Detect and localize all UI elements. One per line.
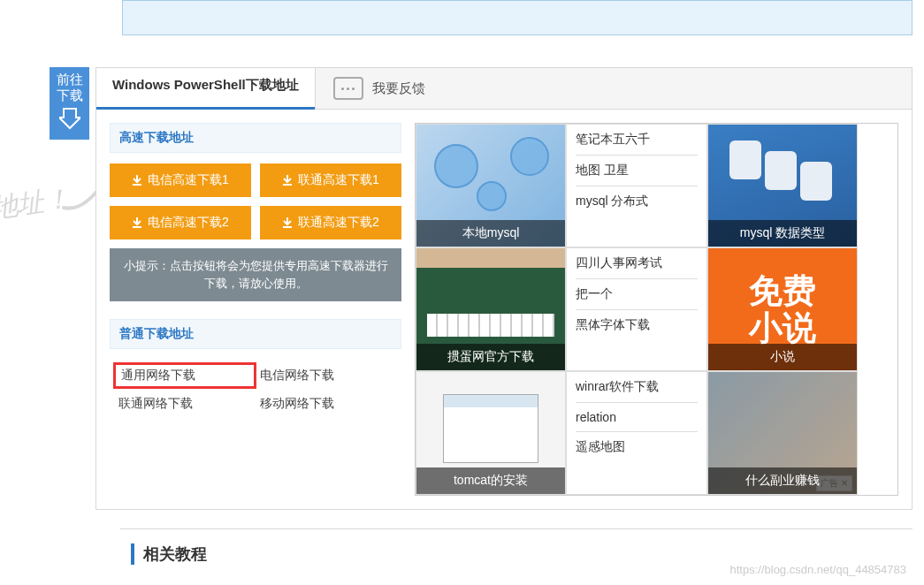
speed-btn-telecom-2[interactable]: 电信高速下载2 <box>110 206 251 239</box>
download-icon <box>282 217 293 228</box>
speed-hint-box: 小提示：点击按钮将会为您提供专用高速下载器进行下载，请放心使用。 <box>110 248 401 301</box>
ad-text-group-2: 四川人事网考试 把一个 黑体字体下载 <box>566 247 707 371</box>
speed-btn-telecom-1[interactable]: 电信高速下载1 <box>110 163 251 197</box>
ad-link[interactable]: 地图 卫星 <box>576 156 698 186</box>
speed-btn-label: 电信高速下载1 <box>148 172 229 188</box>
content-area: 高速下载地址 电信高速下载1 联通高速下载1 电信高速下载2 联通高速下载2 <box>96 110 912 509</box>
speed-btn-unicom-1[interactable]: 联通高速下载1 <box>260 163 401 197</box>
normal-link-unicom[interactable]: 联通网络下载 <box>118 393 251 414</box>
ad-big-text-2: 小说 <box>749 309 816 346</box>
ad-caption: 本地mysql <box>416 220 565 247</box>
go-download-text-2: 下载 <box>52 87 87 103</box>
go-download-button[interactable]: 前往 下载 <box>50 67 89 140</box>
ad-caption: 什么副业赚钱 <box>708 467 857 494</box>
ad-grid: 本地mysql 笔记本五六千 地图 卫星 mysql 分布式 mysql 数据类… <box>415 123 898 496</box>
ad-caption: 小说 <box>708 344 857 370</box>
download-icon <box>132 175 142 186</box>
ad-caption: mysql 数据类型 <box>708 220 857 247</box>
ad-link[interactable]: 四川人事网考试 <box>576 248 698 279</box>
ad-caption: tomcat的安装 <box>416 467 565 494</box>
normal-link-mobile[interactable]: 移动网络下载 <box>260 393 393 414</box>
ad-tile-sidejob[interactable]: 什么副业赚钱 广告 ✕ <box>707 371 858 495</box>
ad-text-group-3: winrar软件下载 relation 遥感地图 <box>566 371 707 495</box>
speed-buttons-grid: 电信高速下载1 联通高速下载1 电信高速下载2 联通高速下载2 <box>110 163 401 239</box>
normal-link-telecom[interactable]: 电信网络下载 <box>260 365 393 386</box>
ad-link[interactable]: 黑体字体下载 <box>576 310 698 340</box>
download-left-column: 高速下载地址 电信高速下载1 联通高速下载1 电信高速下载2 联通高速下载2 <box>110 123 401 496</box>
ad-text-group-1: 笔记本五六千 地图 卫星 mysql 分布式 <box>566 124 707 247</box>
ad-column: 本地mysql 笔记本五六千 地图 卫星 mysql 分布式 mysql 数据类… <box>415 123 898 496</box>
ad-link[interactable]: 把一个 <box>576 279 698 310</box>
ad-link[interactable]: 笔记本五六千 <box>576 125 698 156</box>
related-title: 相关教程 <box>131 543 902 565</box>
download-arrow-icon <box>59 107 80 130</box>
main-download-panel: Windows PowerShell下载地址 我要反馈 高速下载地址 电信高速下… <box>95 67 913 510</box>
top-info-banner <box>122 0 913 35</box>
ad-link[interactable]: relation <box>576 403 698 432</box>
tab-download-address[interactable]: Windows PowerShell下载地址 <box>96 68 315 110</box>
ad-tile-tomcat[interactable]: tomcat的安装 <box>416 371 566 495</box>
ad-caption: 掼蛋网官方下载 <box>416 344 565 370</box>
normal-links-grid: 通用网络下载 电信网络下载 联通网络下载 移动网络下载 <box>110 360 401 420</box>
tab-feedback[interactable]: 我要反馈 <box>315 68 443 109</box>
watermark-text: https://blog.csdn.net/qq_44854783 <box>730 563 907 576</box>
ad-tile-mysql-datatype[interactable]: mysql 数据类型 <box>707 124 858 247</box>
ad-big-text-1: 免费 <box>749 272 816 309</box>
speed-section-title: 高速下载地址 <box>110 123 401 153</box>
ad-link[interactable]: 遥感地图 <box>576 432 698 462</box>
normal-link-generic[interactable]: 通用网络下载 <box>113 362 256 389</box>
speed-btn-unicom-2[interactable]: 联通高速下载2 <box>260 206 401 239</box>
speed-btn-label: 联通高速下载2 <box>298 215 379 231</box>
ad-link[interactable]: mysql 分布式 <box>576 186 698 217</box>
feedback-icon <box>333 77 363 100</box>
ad-tile-novel[interactable]: 免费 小说 小说 <box>707 247 858 371</box>
go-download-text-1: 前往 <box>52 72 87 87</box>
ad-tile-guandan[interactable]: 掼蛋网官方下载 <box>416 247 566 371</box>
download-icon <box>132 217 142 228</box>
download-icon <box>282 175 293 186</box>
ad-link[interactable]: winrar软件下载 <box>576 372 698 403</box>
tab-feedback-label: 我要反馈 <box>372 80 425 97</box>
speed-btn-label: 电信高速下载2 <box>148 215 229 231</box>
speed-btn-label: 联通高速下载1 <box>298 172 379 188</box>
ad-tile-local-mysql[interactable]: 本地mysql <box>416 124 566 247</box>
tab-bar: Windows PowerShell下载地址 我要反馈 <box>96 68 912 110</box>
normal-section-title: 普通下载地址 <box>110 319 401 349</box>
